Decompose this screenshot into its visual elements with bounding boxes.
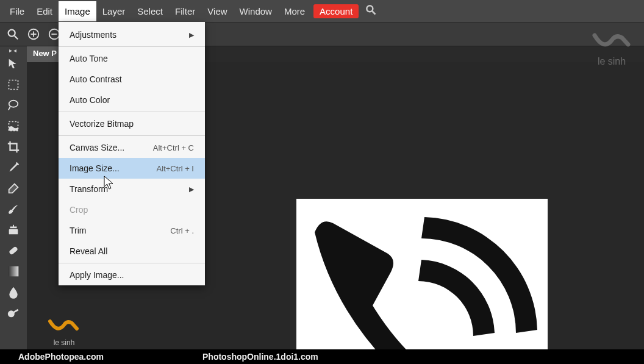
svg-rect-16 <box>13 309 18 313</box>
image-menu-dropdown: Adjustments ▶ Auto Tone Auto Contrast Au… <box>59 22 205 285</box>
menu-separator <box>59 112 205 112</box>
menubar: File Edit Image Layer Select Filter View… <box>0 0 644 22</box>
menu-item-label: Canvas Size... <box>70 143 124 152</box>
app-root: File Edit Image Layer Select Filter View… <box>0 0 644 364</box>
menu-more[interactable]: More <box>278 1 311 21</box>
svg-rect-9 <box>9 80 18 90</box>
collapse-grip-icon[interactable]: ▸◂ <box>9 48 18 54</box>
menu-select[interactable]: Select <box>131 1 169 21</box>
blur-tool-icon[interactable] <box>2 282 24 302</box>
menu-item-apply-image[interactable]: Apply Image... <box>59 265 205 285</box>
bottom-bar-left-text: AdobePhotopea.com <box>18 352 104 362</box>
healing-tool-icon[interactable] <box>2 240 24 261</box>
document-tabbar: New P <box>27 46 63 62</box>
menu-item-vectorize-bitmap[interactable]: Vectorize Bitmap <box>59 113 205 134</box>
quick-select-tool-icon[interactable] <box>2 116 24 137</box>
document-canvas[interactable] <box>296 199 548 363</box>
marquee-tool-icon[interactable] <box>2 74 24 95</box>
menu-item-shortcut: Alt+Ctrl + C <box>153 143 194 152</box>
svg-line-3 <box>15 36 18 40</box>
brush-tool-icon[interactable] <box>2 199 24 219</box>
menu-item-label: Trim <box>70 226 86 235</box>
menu-item-auto-color[interactable]: Auto Color <box>59 90 205 110</box>
menu-item-trim[interactable]: Trim Ctrl + . <box>59 220 205 241</box>
menu-item-label: Vectorize Bitmap <box>70 119 134 129</box>
menu-separator <box>59 46 205 47</box>
menu-item-label: Apply Image... <box>70 270 124 280</box>
eyedropper-tool-icon[interactable] <box>2 157 24 178</box>
menu-item-image-size[interactable]: Image Size... Alt+Ctrl + I <box>59 158 205 179</box>
menu-item-crop: Crop <box>59 199 205 220</box>
menu-edit[interactable]: Edit <box>30 1 59 21</box>
menu-layer[interactable]: Layer <box>96 1 132 21</box>
crop-tool-icon[interactable] <box>2 137 24 157</box>
search-icon[interactable] <box>365 4 377 18</box>
menu-item-label: Transform <box>70 184 108 194</box>
phone-call-icon <box>296 199 548 363</box>
eraser-tool-icon[interactable] <box>2 178 24 199</box>
menu-item-label: Auto Color <box>70 95 110 105</box>
svg-rect-14 <box>9 266 19 277</box>
dodge-tool-icon[interactable] <box>2 302 24 323</box>
svg-point-0 <box>367 5 373 12</box>
menu-item-label: Crop <box>70 205 88 215</box>
svg-point-10 <box>9 101 18 107</box>
menu-filter[interactable]: Filter <box>169 1 201 21</box>
menu-item-label: Auto Contrast <box>70 74 122 84</box>
move-tool-icon[interactable] <box>2 54 24 74</box>
menu-item-transform[interactable]: Transform ▶ <box>59 179 205 199</box>
menu-view[interactable]: View <box>201 1 233 21</box>
menu-item-shortcut: Alt+Ctrl + I <box>157 164 194 173</box>
menu-file[interactable]: File <box>4 1 30 21</box>
menu-separator <box>59 263 205 263</box>
menu-item-canvas-size[interactable]: Canvas Size... Alt+Ctrl + C <box>59 137 205 158</box>
menu-item-label: Adjustments <box>70 30 116 40</box>
menu-item-auto-contrast[interactable]: Auto Contrast <box>59 69 205 90</box>
gradient-tool-icon[interactable] <box>2 261 24 282</box>
zoom-in-icon[interactable] <box>24 25 43 43</box>
menu-item-adjustments[interactable]: Adjustments ▶ <box>59 24 205 45</box>
tool-palette: ▸◂ <box>0 46 27 349</box>
menu-item-label: Image Size... <box>70 163 120 173</box>
clone-stamp-tool-icon[interactable] <box>2 219 24 240</box>
svg-line-1 <box>373 12 376 15</box>
menu-separator <box>59 135 205 136</box>
svg-rect-12 <box>9 229 18 234</box>
menu-window[interactable]: Window <box>234 1 278 21</box>
submenu-arrow-icon: ▶ <box>189 185 194 193</box>
svg-rect-13 <box>9 246 18 255</box>
bottom-bar-center-text: PhotoshopOnline.1doi1.com <box>202 352 318 362</box>
document-tab[interactable]: New P <box>27 46 63 62</box>
menu-item-label: Auto Tone <box>70 54 108 63</box>
zoom-tool-icon[interactable] <box>4 25 22 43</box>
lasso-tool-icon[interactable] <box>2 95 24 116</box>
menu-item-auto-tone[interactable]: Auto Tone <box>59 48 205 69</box>
menu-item-shortcut: Ctrl + . <box>170 226 194 235</box>
menu-item-label: Reveal All <box>70 246 107 256</box>
svg-point-2 <box>9 30 15 37</box>
menu-image[interactable]: Image <box>59 1 96 21</box>
menu-item-reveal-all[interactable]: Reveal All <box>59 241 205 262</box>
menu-account[interactable]: Account <box>313 4 359 18</box>
bottom-bar: AdobePhotopea.com PhotoshopOnline.1doi1.… <box>0 349 644 364</box>
submenu-arrow-icon: ▶ <box>189 31 194 39</box>
